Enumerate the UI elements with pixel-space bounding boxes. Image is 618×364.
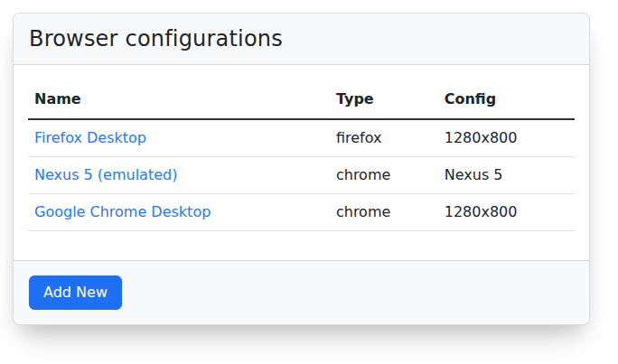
- cell-type: firefox: [330, 119, 438, 157]
- cell-name: Firefox Desktop: [28, 119, 330, 157]
- table-header-row: Name Type Config: [28, 79, 575, 119]
- table-row: Google Chrome Desktop chrome 1280x800: [28, 194, 575, 231]
- cell-config: Nexus 5: [438, 157, 575, 194]
- card-body: Name Type Config Firefox Desktop firefox…: [14, 65, 589, 260]
- browser-config-table: Name Type Config Firefox Desktop firefox…: [28, 79, 575, 231]
- add-new-button[interactable]: Add New: [29, 275, 122, 310]
- cell-type: chrome: [330, 194, 438, 231]
- config-link-nexus-5[interactable]: Nexus 5 (emulated): [34, 166, 177, 183]
- table-row: Nexus 5 (emulated) chrome Nexus 5: [28, 157, 575, 194]
- page-title: Browser configurations: [29, 26, 574, 51]
- table-row: Firefox Desktop firefox 1280x800: [28, 119, 575, 157]
- card-footer: Add New: [14, 260, 589, 324]
- column-header-config: Config: [438, 79, 575, 119]
- config-link-google-chrome-desktop[interactable]: Google Chrome Desktop: [34, 203, 211, 220]
- column-header-name: Name: [28, 79, 330, 119]
- card-header: Browser configurations: [14, 14, 589, 65]
- cell-name: Google Chrome Desktop: [28, 194, 330, 231]
- browser-configurations-card: Browser configurations Name Type Config …: [13, 13, 590, 325]
- cell-type: chrome: [330, 157, 438, 194]
- column-header-type: Type: [330, 79, 438, 119]
- config-link-firefox-desktop[interactable]: Firefox Desktop: [34, 129, 146, 146]
- cell-config: 1280x800: [438, 194, 575, 231]
- cell-config: 1280x800: [438, 119, 575, 157]
- cell-name: Nexus 5 (emulated): [28, 157, 330, 194]
